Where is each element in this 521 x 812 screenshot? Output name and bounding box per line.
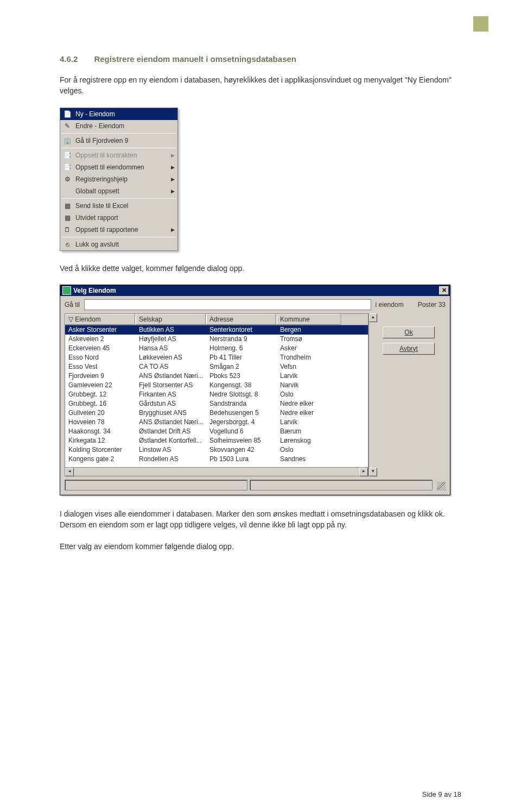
table-cell: Smågan 2 [206, 362, 277, 372]
menu-item[interactable]: ⚙Registreringshjelp▶ [60, 173, 177, 185]
table-cell: Lørenskog [277, 436, 342, 445]
table-row[interactable]: Haakonsgt. 34Østlandet Drift ASVogellund… [65, 427, 368, 436]
menu-item[interactable]: ⎋Lukk og avslutt [60, 238, 177, 250]
table-cell: Hansa AS [136, 344, 206, 353]
table-cell: CA TO AS [136, 362, 206, 372]
scroll-right-button[interactable]: ▸ [359, 468, 368, 476]
table-cell: Firkanten AS [136, 390, 206, 399]
table-cell: Bergen [277, 325, 342, 335]
table-cell: Holmeng. 6 [206, 344, 277, 353]
table-row[interactable]: Esso VestCA TO ASSmågan 2Vefsn [65, 362, 368, 372]
menu-item[interactable]: ▦Utvidet rapport [60, 212, 177, 224]
table-cell: Eckerveien 45 [65, 344, 136, 353]
table-cell: Grubbegt. 16 [65, 399, 136, 408]
menu-item-label: Oppsett til kontrakten [75, 152, 167, 159]
table-row[interactable]: Grubbegt. 16Gårdstun ASSandstrandaNedre … [65, 399, 368, 408]
menu-item[interactable]: Globalt oppsett▶ [60, 185, 177, 197]
table-row[interactable]: Grubbegt. 12Firkanten ASNedre Slottsgt. … [65, 390, 368, 399]
grid-header: ▽ EiendomSelskapAdresseKommune [65, 314, 368, 325]
menu-separator [61, 133, 176, 134]
scroll-left-button[interactable]: ◂ [65, 468, 74, 476]
menu-item-label: Gå til Fjordveien 9 [75, 137, 167, 144]
poster-count: Poster 33 [418, 301, 446, 309]
menu-item[interactable]: 📑Oppsett til eiendommen▶ [60, 161, 177, 173]
after-dialog-paragraph-2: Etter valg av eiendom kommer følgende di… [60, 541, 461, 552]
vertical-scrollbar[interactable]: ▴ ▾ [368, 313, 377, 476]
status-cell-1 [65, 480, 247, 490]
blank-icon [62, 186, 72, 196]
table-cell: Gårdstun AS [136, 399, 206, 408]
table-cell: Grubbegt. 12 [65, 390, 136, 399]
menu-item[interactable]: ✎Endre - Eiendom [60, 120, 177, 132]
doc-icon: 📑 [62, 162, 72, 172]
menu-item-label: Globalt oppsett [75, 187, 167, 195]
section-title: Registrere eiendom manuelt i omsetningsd… [94, 54, 296, 64]
grid-rows[interactable]: Asker StorsenterButikken ASSenterkontore… [65, 325, 368, 467]
submenu-arrow-icon: ▶ [170, 177, 175, 182]
status-cell-2 [250, 480, 433, 490]
menu-item[interactable]: 📄Ny - Eiendom [60, 108, 177, 120]
table-row[interactable]: Eckerveien 45Hansa ASHolmeng. 6Asker [65, 344, 368, 353]
column-header[interactable]: ▽ Eiendom [65, 314, 136, 325]
scroll-down-button[interactable]: ▾ [369, 468, 377, 476]
report-icon: 🗒 [62, 225, 72, 235]
table-cell: Senterkontoret [206, 325, 277, 335]
table-row[interactable]: Kolding StorcenterLinstow ASSkovvangen 4… [65, 445, 368, 455]
table-row[interactable]: Gamleveien 22Fjell Storsenter ASKongensg… [65, 381, 368, 390]
table-row[interactable]: Hovveien 78ANS Østlandet Næri...Jegersbo… [65, 418, 368, 427]
menu-item[interactable]: 🗒Oppsett til rapportene▶ [60, 224, 177, 236]
scroll-up-button[interactable]: ▴ [369, 313, 377, 322]
table-cell: Sandnes [277, 455, 342, 464]
table-row[interactable]: Esso NordLøkkeveien ASPb 41 TillerTrondh… [65, 353, 368, 362]
table-cell: ANS Østlandet Næri... [136, 418, 206, 427]
table-cell: Østlandet Drift AS [136, 427, 206, 436]
excel-icon: ▦ [62, 213, 72, 223]
horizontal-scrollbar[interactable]: ◂ ▸ [65, 467, 368, 476]
status-bar [65, 480, 446, 490]
resize-grip[interactable] [437, 482, 446, 490]
submenu-arrow-icon: ▶ [170, 153, 175, 158]
mid-paragraph: Ved å klikke dette valget, kommer følgen… [60, 263, 461, 274]
menu-item[interactable]: 📑Oppsett til kontrakten▶ [60, 149, 177, 161]
table-cell: Trondheim [277, 353, 342, 362]
column-header[interactable]: Kommune [277, 314, 342, 325]
table-cell: Østlandet Kontorfell... [136, 436, 206, 445]
table-cell: Larvik [277, 418, 342, 427]
ok-button[interactable]: Ok [383, 326, 435, 338]
menu-item[interactable]: 🏢Gå til Fjordveien 9 [60, 135, 177, 147]
table-row[interactable]: Gullveien 20Brygghuset ANSBedehusengen 5… [65, 408, 368, 418]
search-row: Gå til i eiendom Poster 33 [65, 299, 446, 310]
close-button[interactable]: ✕ [439, 286, 449, 295]
table-row[interactable]: Kirkegata 12Østlandet Kontorfell...Solhe… [65, 436, 368, 445]
table-cell: Esso Vest [65, 362, 136, 372]
dialog-title-bar: Velg Eiendom ✕ [60, 285, 450, 296]
table-cell: Gullveien 20 [65, 408, 136, 418]
table-row[interactable]: Fjordveien 9ANS Østlandet Næri...Pboks 5… [65, 372, 368, 381]
table-row[interactable]: Asker StorsenterButikken ASSenterkontore… [65, 325, 368, 335]
table-cell: Kirkegata 12 [65, 436, 136, 445]
menu-item-label: Send liste til Excel [75, 202, 167, 210]
intro-paragraph: For å registrere opp en ny eiendom i dat… [60, 74, 461, 97]
table-cell: Narvik [277, 381, 342, 390]
table-cell: Haakonsgt. 34 [65, 427, 136, 436]
page-content: 4.6.2 Registrere eiendom manuelt i omset… [0, 0, 521, 585]
context-menu: 📄Ny - Eiendom✎Endre - Eiendom🏢Gå til Fjo… [60, 108, 178, 251]
eiendom-grid[interactable]: ▽ EiendomSelskapAdresseKommune Asker Sto… [65, 313, 368, 476]
table-cell: Larvik [277, 372, 342, 381]
cancel-button[interactable]: Avbryt [383, 343, 435, 355]
excel-icon: ▦ [62, 201, 72, 211]
table-cell: Løkkeveien AS [136, 353, 206, 362]
column-header[interactable]: Selskap [136, 314, 206, 325]
table-row[interactable]: Askeveien 2Høyfjellet ASNerstranda 9Trom… [65, 335, 368, 344]
column-header[interactable]: Adresse [206, 314, 277, 325]
table-row[interactable]: Kongens gate 2Rondellen ASPb 1503 LuraSa… [65, 455, 368, 464]
table-cell: Jegersborggt. 4 [206, 418, 277, 427]
menu-item[interactable]: ▦Send liste til Excel [60, 200, 177, 212]
table-cell: Brygghuset ANS [136, 408, 206, 418]
search-input[interactable] [84, 299, 371, 310]
table-cell: Vefsn [277, 362, 342, 372]
menu-item-label: Endre - Eiendom [75, 122, 167, 130]
velg-eiendom-dialog: Velg Eiendom ✕ Gå til i eiendom Poster 3… [60, 285, 450, 495]
gear-icon: ⚙ [62, 174, 72, 184]
table-cell: Bærum [277, 427, 342, 436]
